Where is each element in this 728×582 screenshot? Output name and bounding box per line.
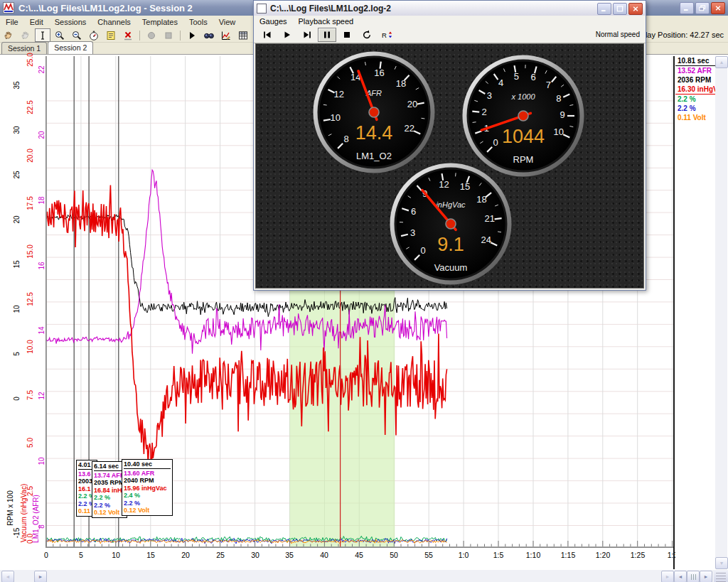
x-axis-tick-label: 50 bbox=[390, 551, 398, 559]
x-axis-tick-label: 55 bbox=[424, 551, 433, 559]
svg-text:6: 6 bbox=[531, 72, 536, 82]
playback-speed-label: Normal speed bbox=[596, 31, 640, 38]
gauge-window-buttons bbox=[597, 3, 643, 15]
vacuum-gauge: 03691215182124inHgVac9.1Vacuum bbox=[390, 163, 512, 285]
page-right-button[interactable]: ► bbox=[661, 571, 674, 582]
scroll-down-button[interactable]: ▼ bbox=[715, 557, 728, 569]
rpm-axis-tick-label: 15 bbox=[13, 260, 21, 268]
edit-graph-button[interactable] bbox=[218, 28, 234, 42]
scroll-left-button[interactable]: ◄ bbox=[674, 571, 687, 582]
zoom-out-button[interactable] bbox=[69, 28, 85, 42]
pause-icon bbox=[321, 29, 333, 41]
skip-start-button[interactable] bbox=[258, 28, 277, 42]
scroll-right-button[interactable]: ► bbox=[700, 571, 712, 582]
menu-templates[interactable]: Templates bbox=[136, 16, 183, 28]
legend-item[interactable]: 10.81 sec bbox=[675, 56, 715, 66]
gauge-playback-window: C:\...\Log Files\LM1Log2.log-2 GaugesPla… bbox=[253, 0, 646, 291]
tab-session-1[interactable]: Session 1 bbox=[1, 42, 47, 54]
x-axis-tick-label: 1:5 bbox=[493, 551, 504, 559]
vac-axis-tick-label: 12.5 bbox=[26, 292, 34, 306]
legend-item[interactable]: 2.2 % bbox=[675, 95, 715, 104]
menu-view[interactable]: View bbox=[213, 16, 242, 28]
svg-text:9: 9 bbox=[560, 109, 564, 120]
find-binoculars-button[interactable] bbox=[201, 28, 217, 42]
cursor-ibeam-button[interactable] bbox=[35, 28, 50, 42]
play-triangle-button[interactable] bbox=[184, 28, 200, 42]
axis-scroll-right-button[interactable]: ► bbox=[34, 571, 47, 582]
svg-text:5: 5 bbox=[514, 71, 519, 82]
svg-text:14.4: 14.4 bbox=[355, 122, 393, 144]
play-button[interactable] bbox=[278, 28, 296, 42]
tab-session-2[interactable]: Session 2 bbox=[48, 41, 93, 54]
notes-button[interactable] bbox=[103, 28, 119, 42]
logworks-app-icon bbox=[3, 2, 14, 14]
afr-axis-tick-label: 18 bbox=[38, 196, 46, 204]
legend-item[interactable]: 2036 RPM bbox=[675, 75, 715, 85]
scrollbar-splitter[interactable] bbox=[687, 571, 700, 582]
x-axis-tick-label: 45 bbox=[355, 551, 363, 559]
rpm-axis-tick-label: 0 bbox=[13, 397, 21, 401]
legend-item[interactable]: 13.52 AFR bbox=[675, 66, 715, 75]
afr-gauge: 810121416182022AFR14.4LM1_O2 bbox=[313, 51, 435, 173]
gauge-maximize-button[interactable] bbox=[613, 3, 627, 15]
scroll-up-button[interactable]: ▲ bbox=[715, 56, 728, 68]
legend-item[interactable]: 2.2 % bbox=[675, 104, 715, 113]
realtime-rate-button[interactable]: R bbox=[378, 28, 396, 42]
gauge-window-titlebar: C:\...\Log Files\LM1Log2.log-2 bbox=[254, 1, 646, 16]
gauge-window-icon bbox=[257, 4, 267, 14]
gauge-close-button[interactable] bbox=[628, 3, 643, 15]
gauge-menu-gauges[interactable]: Gauges bbox=[254, 16, 293, 27]
zoom-in-button[interactable] bbox=[52, 28, 68, 42]
svg-text:RPM: RPM bbox=[513, 154, 534, 165]
record-icon bbox=[146, 30, 157, 41]
tooltip-line: 2.4 % bbox=[124, 492, 171, 500]
tooltip-line: 16.84 inHgVac bbox=[94, 487, 125, 495]
stop-button[interactable] bbox=[338, 28, 356, 42]
toolbar-separator bbox=[139, 31, 140, 41]
main-window-buttons bbox=[680, 2, 725, 14]
svg-text:LM1_O2: LM1_O2 bbox=[356, 151, 392, 161]
axis-scroll-left-button[interactable]: ◄ bbox=[1, 571, 14, 582]
vac-axis-tick-label: 7.5 bbox=[26, 390, 34, 400]
restore-button[interactable] bbox=[695, 2, 710, 14]
x-axis-tick-label: 1:0 bbox=[459, 551, 469, 559]
svg-text:16: 16 bbox=[374, 68, 384, 78]
cursor-ibeam-icon bbox=[37, 30, 48, 41]
svg-text:3: 3 bbox=[487, 90, 492, 101]
menu-edit[interactable]: Edit bbox=[24, 16, 49, 28]
tooltip-line: 2035 RPM bbox=[94, 479, 125, 487]
gauge-menu-playback-speed[interactable]: Playback speed bbox=[293, 16, 360, 27]
stopwatch-button[interactable] bbox=[86, 28, 102, 42]
skip-end-button[interactable] bbox=[298, 28, 316, 42]
resize-grip[interactable] bbox=[714, 571, 728, 582]
legend-item[interactable]: 16.30 inHgVac bbox=[675, 85, 715, 95]
svg-text:8: 8 bbox=[343, 134, 348, 144]
gauge-minimize-button[interactable] bbox=[597, 3, 611, 15]
svg-text:7: 7 bbox=[546, 80, 551, 90]
gauge-window-title: C:\...\Log Files\LM1Log2.log-2 bbox=[270, 4, 391, 14]
minimize-icon bbox=[682, 4, 692, 13]
gauge-window-menubar: GaugesPlayback speed bbox=[254, 16, 646, 28]
data-table-icon bbox=[237, 30, 249, 41]
minimize-button[interactable] bbox=[680, 2, 694, 14]
rpm-gauge: 012345678910x 10001044RPM bbox=[462, 55, 584, 177]
close-button[interactable] bbox=[711, 2, 725, 14]
x-axis-tick-label: 35 bbox=[285, 551, 294, 559]
pan-hand-button[interactable] bbox=[1, 28, 16, 42]
pause-button[interactable] bbox=[318, 28, 336, 42]
vertical-scrollbar[interactable]: ▲▼ bbox=[715, 56, 727, 569]
menu-file[interactable]: File bbox=[0, 16, 24, 28]
tooltip-line: 13.74 AFR bbox=[94, 472, 125, 480]
delete-marker-button[interactable] bbox=[120, 28, 136, 42]
data-table-button[interactable] bbox=[235, 28, 251, 42]
svg-text:12: 12 bbox=[333, 89, 343, 99]
menu-tools[interactable]: Tools bbox=[183, 16, 213, 28]
find-binoculars-icon bbox=[203, 30, 215, 41]
svg-text:1044: 1044 bbox=[502, 126, 545, 147]
menu-channels[interactable]: Channels bbox=[92, 16, 136, 28]
horizontal-scrollbar[interactable]: ◄►►◄► bbox=[0, 570, 728, 582]
legend-item[interactable]: 0.11 Volt bbox=[675, 113, 715, 122]
loop-button[interactable] bbox=[358, 28, 376, 42]
menu-sessions[interactable]: Sessions bbox=[49, 16, 92, 28]
x-axis-tick-label: 1:10 bbox=[526, 551, 540, 559]
